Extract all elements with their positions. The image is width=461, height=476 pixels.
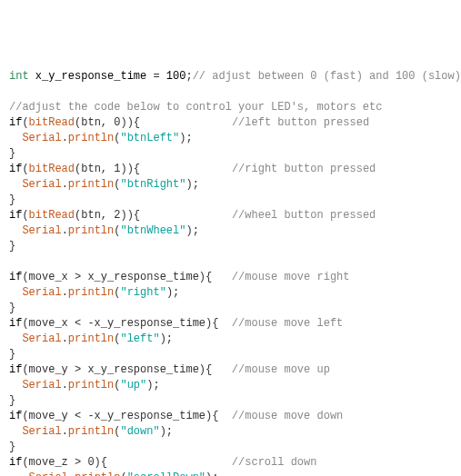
args: (btn, 2): [75, 209, 127, 222]
if-kw: if: [9, 116, 22, 129]
if-kw: if: [9, 363, 22, 376]
indent: [9, 132, 22, 144]
comment: //mouse move right: [232, 271, 350, 283]
dot: .: [62, 132, 68, 144]
dot: .: [62, 224, 68, 237]
if-kw: if: [9, 209, 22, 222]
if-kw: if: [9, 456, 22, 469]
string: "right": [120, 286, 165, 299]
dot: .: [62, 178, 68, 191]
pc: );: [185, 178, 198, 191]
brace: }: [9, 147, 15, 160]
pc: );: [185, 224, 198, 237]
string: "left": [120, 332, 159, 345]
fn-println: println: [68, 379, 114, 392]
string: "down": [120, 425, 159, 438]
indent: [9, 332, 22, 345]
indent: [9, 471, 29, 476]
pc: );: [160, 332, 173, 345]
pc: );: [205, 471, 218, 476]
pad: [212, 363, 232, 376]
pc: );: [160, 425, 173, 438]
pad: [218, 317, 231, 330]
fn-println: println: [75, 471, 120, 476]
paren: (: [22, 163, 28, 175]
obj-serial: Serial: [22, 178, 61, 191]
fn-println: println: [68, 332, 114, 345]
brace: }: [9, 302, 15, 314]
brace: }: [9, 193, 15, 206]
if-kw: if: [9, 317, 22, 330]
obj-serial: Serial: [22, 425, 61, 438]
cond: (move_x > x_y_response_time){: [22, 271, 212, 283]
brace: }: [9, 394, 15, 407]
dot: .: [62, 286, 68, 299]
semi: ;: [185, 70, 192, 83]
close: ){: [127, 209, 140, 222]
pad: [218, 410, 231, 422]
fn-bitread: bitRead: [29, 209, 75, 222]
comment: //adjust the code below to control your …: [9, 101, 382, 114]
string: "scrollDown": [127, 471, 205, 476]
indent: [9, 425, 22, 438]
indent: [9, 379, 22, 392]
space: [29, 70, 35, 83]
pc: );: [146, 379, 159, 392]
pad: [140, 163, 232, 175]
comment: //mouse move up: [232, 363, 330, 376]
brace: }: [9, 240, 15, 253]
eq: =: [146, 70, 166, 83]
obj-serial: Serial: [29, 471, 68, 476]
paren: (: [22, 209, 28, 222]
indent: [9, 224, 22, 237]
var-name: x_y_response_time: [35, 70, 146, 83]
keyword-int: int: [9, 70, 29, 83]
pc: );: [166, 286, 179, 299]
pad: [107, 456, 232, 469]
cond: (move_y < -x_y_response_time){: [22, 410, 218, 422]
close: ){: [127, 116, 140, 129]
string: "btnLeft": [120, 132, 179, 144]
pad: [140, 116, 232, 129]
obj-serial: Serial: [22, 224, 61, 237]
comment: //right button pressed: [232, 163, 376, 175]
fn-bitread: bitRead: [29, 116, 75, 129]
comment: //mouse move down: [232, 410, 343, 422]
indent: [9, 178, 22, 191]
paren: (: [22, 116, 28, 129]
if-kw: if: [9, 410, 22, 422]
comment: //left button pressed: [232, 116, 369, 129]
dot: .: [62, 425, 68, 438]
pc: );: [179, 132, 192, 144]
string: "btnWheel": [120, 224, 185, 237]
obj-serial: Serial: [22, 132, 61, 144]
fn-bitread: bitRead: [29, 163, 75, 175]
args: (btn, 0): [75, 116, 127, 129]
num-100: 100: [166, 70, 186, 83]
cond: (move_y > x_y_response_time){: [22, 363, 212, 376]
fn-println: println: [68, 132, 114, 144]
obj-serial: Serial: [22, 332, 61, 345]
cond: (move_z > 0){: [22, 456, 107, 469]
comment: //mouse move left: [232, 317, 343, 330]
fn-println: println: [68, 425, 114, 438]
comment: //scroll down: [232, 456, 317, 469]
string: "up": [120, 379, 146, 392]
brace: }: [9, 348, 15, 361]
dot: .: [68, 471, 75, 476]
fn-println: println: [68, 286, 114, 299]
string: "btnRight": [120, 178, 185, 191]
indent: [9, 286, 22, 299]
comment: // adjust between 0 (fast) and 100 (slow…: [193, 70, 461, 83]
close: ){: [127, 163, 140, 175]
if-kw: if: [9, 271, 22, 283]
pad: [140, 209, 232, 222]
fn-println: println: [68, 178, 114, 191]
comment: //wheel button pressed: [232, 209, 376, 222]
obj-serial: Serial: [22, 379, 61, 392]
if-kw: if: [9, 163, 22, 175]
po: (: [120, 471, 126, 476]
obj-serial: Serial: [22, 286, 61, 299]
cond: (move_x < -x_y_response_time){: [22, 317, 218, 330]
dot: .: [62, 379, 68, 392]
